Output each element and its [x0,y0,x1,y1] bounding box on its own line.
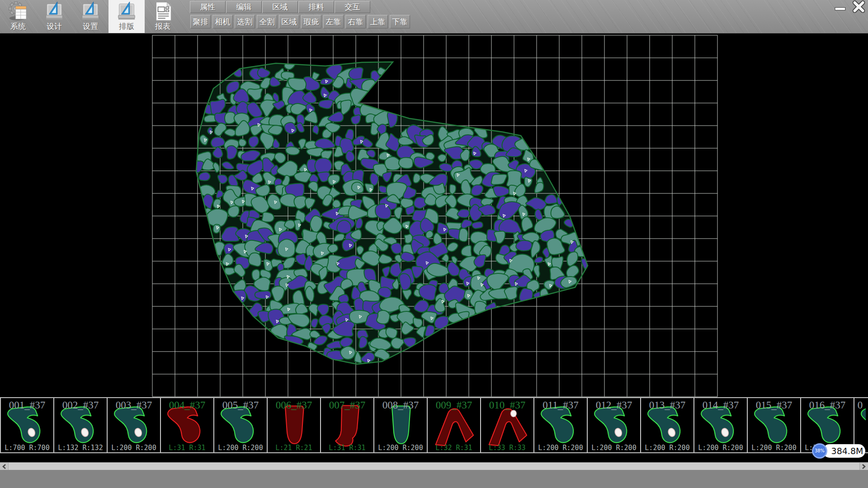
piece-lr-count: L:200 R:200 [108,444,160,452]
tool-button-3[interactable]: 全割 [257,15,277,28]
tool-button-8[interactable]: 上靠 [368,15,388,28]
close-icon [850,0,867,14]
app-button-label: 排版 [119,22,134,31]
piece-lr-count: L:700 R:700 [1,444,53,452]
piece-lr-count: L:200 R:200 [214,444,267,452]
piece-thumbnail-14[interactable]: 014_#37L:200 R:200 [694,398,748,452]
piece-title: 015_#37 [748,399,800,411]
tool-button-6[interactable]: 左靠 [323,15,344,28]
scroll-right-button[interactable] [859,463,868,470]
piece-thumbnail-9[interactable]: 009_#37L:32 R:31 [428,398,481,452]
tool-button-row: 聚排相机选割全割区域瑕疵左靠右靠上靠下靠 [190,15,410,28]
piece-title: 004_#37 [161,399,213,411]
app-button-system[interactable]: 系统 [0,0,36,33]
piece-lr-count: L:200 R:200 [588,444,640,452]
window-frame-bottom [0,470,868,488]
window-controls [832,0,867,13]
progress-badge: 384.8M 38% [812,443,866,460]
piece-thumbnail-2[interactable]: 002_#37L:132 R:132 [54,398,108,452]
close-button[interactable] [850,0,867,13]
menu-tab-3[interactable]: 排料 [298,1,334,13]
chevron-left-icon [2,464,6,469]
tool-button-9[interactable]: 下靠 [390,15,410,28]
minimize-icon [832,0,849,14]
app-button-setup[interactable]: 设置 [72,0,108,33]
main-toolbar: 系统 设计 设置 排版 报表 属性编辑区域排料交互 聚排相机选割全割区域瑕疵左靠… [0,0,868,33]
app-buttons: 系统 设计 设置 排版 报表 [0,0,181,33]
piece-title: 011_#37 [534,399,587,411]
piece-thumbnail-8[interactable]: 008_#37L:200 R:200 [374,398,428,452]
minimize-button[interactable] [832,0,849,13]
piece-title: 010_#37 [481,399,533,411]
gear-table-icon [8,1,28,22]
piece-thumbnail-7[interactable]: 007_#37L:31 R:31 [321,398,374,452]
piece-title: 002_#37 [54,399,107,411]
piece-title: 006_#37 [268,399,320,411]
piece-thumbnail-3[interactable]: 003_#37L:200 R:200 [108,398,161,452]
piece-thumbnail-4[interactable]: 004_#37L:31 R:31 [161,398,214,452]
tool-button-7[interactable]: 右靠 [345,15,366,28]
menu-tab-2[interactable]: 区域 [262,1,298,13]
piece-title: 003_#37 [108,399,160,411]
piece-title: 013_#37 [641,399,693,411]
app-button-label: 设置 [83,22,98,31]
app-button-design[interactable]: 设计 [36,0,72,33]
tool-button-5[interactable]: 瑕疵 [301,15,321,28]
app-button-nesting[interactable]: 排版 [108,0,145,33]
piece-thumbnail-10[interactable]: 010_#37L:33 R:33 [481,398,534,452]
piece-lr-count: L:31 R:31 [161,444,213,452]
app-button-label: 设计 [47,22,62,31]
piece-lr-count: L:200 R:200 [748,444,800,452]
piece-lr-count: L:200 R:200 [534,444,587,452]
ruler-icon [44,1,65,22]
app-button-label: 报表 [155,22,170,31]
app-button-report[interactable]: 报表 [145,0,181,33]
piece-thumbnail-6[interactable]: 006_#37L:21 R:21 [268,398,321,452]
piece-lr-count: L:31 R:31 [321,444,373,452]
progress-percent: 38% [812,443,827,459]
piece-thumbnail-1[interactable]: 001_#37L:700 R:700 [1,398,54,452]
piece-title: 001_#37 [1,399,53,411]
piece-title: 008_#37 [374,399,427,411]
piece-thumbnail-13[interactable]: 013_#37L:200 R:200 [641,398,694,452]
horizontal-scrollbar[interactable] [0,462,868,470]
piece-lr-count: L:200 R:200 [694,444,747,452]
tool-button-1[interactable]: 相机 [212,15,233,28]
piece-title: 0 [854,399,866,411]
piece-lr-count: L:32 R:31 [428,444,480,452]
piece-title: 009_#37 [428,399,480,411]
piece-thumbnail-15[interactable]: 015_#37L:200 R:200 [748,398,801,452]
tool-button-2[interactable]: 选割 [235,15,255,28]
scroll-left-button[interactable] [0,463,9,470]
app-window: 系统 设计 设置 排版 报表 属性编辑区域排料交互 聚排相机选割全割区域瑕疵左靠… [0,0,868,488]
piece-title: 005_#37 [214,399,267,411]
chevron-right-icon [862,464,866,469]
piece-lr-count: L:33 R:33 [481,444,533,452]
piece-lr-count: L:200 R:200 [641,444,693,452]
menu-tab-0[interactable]: 属性 [190,1,226,13]
ruler-icon [116,1,137,22]
piece-lr-count: L:132 R:132 [54,444,107,452]
app-button-label: 系统 [10,22,26,31]
piece-title: 007_#37 [321,399,373,411]
piece-thumbnail-11[interactable]: 011_#37L:200 R:200 [534,398,588,452]
ruler-icon [80,1,101,22]
piece-title: 016_#37 [801,399,854,411]
piece-title: 012_#37 [588,399,640,411]
piece-title: 014_#37 [694,399,747,411]
tool-button-4[interactable]: 区域 [279,15,299,28]
report-icon [152,1,173,22]
menu-tab-4[interactable]: 交互 [335,1,370,13]
piece-lr-count: L:21 R:21 [268,444,320,452]
menu-tab-row: 属性编辑区域排料交互 [190,1,370,13]
piece-thumbnail-5[interactable]: 005_#37L:200 R:200 [214,398,268,452]
menu-tab-1[interactable]: 编辑 [226,1,262,13]
piece-thumbnail-12[interactable]: 012_#37L:200 R:200 [588,398,641,452]
tool-button-0[interactable]: 聚排 [190,15,211,28]
pieces-strip: 001_#37L:700 R:700 002_#37L:132 R:132 00… [0,397,868,453]
piece-lr-count: L:200 R:200 [374,444,427,452]
memory-usage: 384.8M [823,444,865,458]
